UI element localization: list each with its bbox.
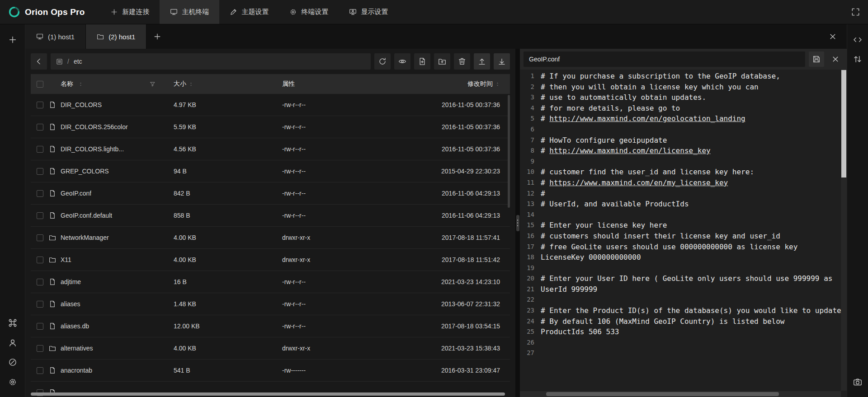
close-panel-button[interactable] <box>822 24 843 49</box>
code-area[interactable]: # If you purchase a subscription to the … <box>541 71 847 397</box>
column-header-mtime[interactable]: 修改时间 <box>414 80 510 88</box>
row-checkbox[interactable] <box>37 367 43 374</box>
table-row[interactable]: aliases.db12.00 KB-rw-r--r--2017-08-18 0… <box>31 315 510 337</box>
row-checkbox[interactable] <box>37 257 43 263</box>
upload-button[interactable] <box>474 53 490 70</box>
row-checkbox[interactable] <box>37 146 43 153</box>
panel-splitter[interactable] <box>515 49 520 397</box>
new-file-icon <box>418 57 426 65</box>
refresh-button[interactable] <box>374 53 391 70</box>
file-name[interactable]: adjtime <box>61 278 81 285</box>
file-name[interactable]: GeoIP.conf.default <box>61 212 112 219</box>
file-name[interactable]: aliases.db <box>61 322 89 330</box>
nav-new-connection[interactable]: 新建连接 <box>100 0 160 24</box>
row-checkbox[interactable] <box>37 168 43 175</box>
file-attr: -rw-r--r-- <box>278 212 414 219</box>
file-name[interactable]: alternatives <box>61 345 93 352</box>
file-mtime: 2013-06-07 22:31:32 <box>414 300 510 308</box>
new-folder-button[interactable] <box>434 53 450 70</box>
column-header-attr[interactable]: 属性 <box>278 80 414 88</box>
user-button[interactable] <box>4 334 22 352</box>
file-name[interactable]: DIR_COLORS <box>61 101 102 108</box>
fullscreen-button[interactable] <box>843 0 868 24</box>
save-button[interactable] <box>809 51 824 67</box>
row-checkbox[interactable] <box>37 345 43 352</box>
file-table-scrollbar-thumb[interactable] <box>508 95 510 208</box>
line-number: 26 <box>520 337 534 348</box>
file-name[interactable]: GREP_COLORS <box>61 168 109 175</box>
code-link[interactable]: http://www.maxmind.com/en/license_key <box>549 146 710 155</box>
file-name[interactable]: NetworkManager <box>61 234 109 241</box>
table-row[interactable]: GREP_COLORS94 B-rw-r--r--2015-04-29 22:3… <box>31 160 510 182</box>
table-row[interactable]: DIR_COLORS4.97 KB-rw-r--r--2016-11-05 00… <box>31 94 510 116</box>
breadcrumb[interactable]: / etc <box>51 53 371 70</box>
row-checkbox[interactable] <box>37 234 43 241</box>
code-line: LicenseKey 000000000000 <box>541 252 847 263</box>
top-nav: 新建连接主机终端主题设置终端设置显示设置 <box>100 0 398 24</box>
new-button[interactable] <box>4 31 22 49</box>
trash-icon <box>458 57 466 65</box>
table-row[interactable]: X114.00 KBdrwxr-xr-x2017-08-18 11:51:42 <box>31 249 510 271</box>
tab-1[interactable]: (1) host1 <box>25 24 86 49</box>
code-line: # By default 106 (MaxMind GeoIP Country)… <box>541 316 847 327</box>
column-header-size[interactable]: 大小 <box>170 80 278 88</box>
back-button[interactable] <box>31 53 47 70</box>
file-name[interactable]: anacrontab <box>61 367 92 374</box>
file-name[interactable]: aliases <box>61 300 80 308</box>
row-checkbox[interactable] <box>37 279 43 285</box>
close-icon <box>831 55 840 63</box>
left-rail-bottom-group <box>4 313 22 393</box>
breadcrumb-path: etc <box>74 58 82 65</box>
column-label: 大小 <box>174 80 186 88</box>
nav-theme-settings[interactable]: 主题设置 <box>219 0 279 24</box>
links-button[interactable] <box>4 353 22 371</box>
nav-terminal-settings[interactable]: 终端设置 <box>279 0 339 24</box>
logo-icon <box>8 6 20 18</box>
shortcuts-button[interactable] <box>4 314 22 332</box>
table-row[interactable]: aliases1.48 KB-rw-r--r--2013-06-07 22:31… <box>31 293 510 315</box>
file-icon <box>49 168 56 175</box>
sort-order-button[interactable] <box>849 50 867 68</box>
editor-hscrollbar-thumb[interactable] <box>546 392 779 396</box>
new-tab-button[interactable] <box>146 24 168 49</box>
table-row[interactable]: DIR_COLORS.256color5.59 KB-rw-r--r--2016… <box>31 116 510 138</box>
settings-button[interactable] <box>4 373 22 391</box>
row-checkbox[interactable] <box>37 190 43 197</box>
terminal-icon <box>170 8 178 16</box>
code-link[interactable]: https://www.maxmind.com/en/my_license_ke… <box>549 178 728 187</box>
editor-vscrollbar-thumb[interactable] <box>841 70 846 177</box>
nav-display-settings[interactable]: 显示设置 <box>339 0 398 24</box>
new-file-button[interactable] <box>414 53 430 70</box>
table-row[interactable]: GeoIP.conf842 B-rw-r--r--2016-11-06 04:2… <box>31 182 510 205</box>
file-name[interactable]: DIR_COLORS.lightb... <box>61 145 124 153</box>
table-row[interactable]: adjtime16 B-rw-r--r--2021-03-23 14:23:10 <box>31 271 510 293</box>
file-panel-hscrollbar-thumb[interactable] <box>31 392 505 396</box>
editor-view-button[interactable] <box>849 31 867 49</box>
screenshot-button[interactable] <box>849 373 867 391</box>
file-name[interactable]: DIR_COLORS.256color <box>61 123 128 131</box>
code-line: # UserId, and available ProductIds <box>541 199 847 210</box>
table-row[interactable]: NetworkManager4.00 KBdrwxr-xr-x2017-08-1… <box>31 227 510 249</box>
preview-button[interactable] <box>394 53 410 70</box>
file-name[interactable]: GeoIP.conf <box>61 190 91 197</box>
close-editor-button[interactable] <box>828 51 843 67</box>
file-name[interactable]: X11 <box>61 256 71 263</box>
row-checkbox[interactable] <box>37 102 43 108</box>
table-row[interactable]: alternatives4.00 KBdrwxr-xr-x2021-03-23 … <box>31 337 510 360</box>
nav-host-terminal[interactable]: 主机终端 <box>160 0 219 24</box>
line-number: 12 <box>520 188 534 199</box>
delete-button[interactable] <box>454 53 470 70</box>
download-button[interactable] <box>494 53 510 70</box>
row-checkbox[interactable] <box>37 124 43 131</box>
table-row[interactable]: GeoIP.conf.default858 B-rw-r--r--2016-11… <box>31 205 510 227</box>
file-mtime: 2016-11-06 04:29:13 <box>414 190 510 197</box>
row-checkbox[interactable] <box>37 212 43 219</box>
tab-2[interactable]: (2) host1 <box>86 24 146 49</box>
column-header-name[interactable]: 名称 <box>49 80 170 88</box>
code-link[interactable]: http://www.maxmind.com/en/geolocation_la… <box>549 114 745 123</box>
select-all-checkbox[interactable] <box>31 81 49 88</box>
table-row[interactable]: DIR_COLORS.lightb...4.56 KB-rw-r--r--201… <box>31 138 510 160</box>
table-row[interactable]: anacrontab541 B-rw-------2016-03-31 23:0… <box>31 360 510 382</box>
row-checkbox[interactable] <box>37 301 43 308</box>
row-checkbox[interactable] <box>37 323 43 330</box>
